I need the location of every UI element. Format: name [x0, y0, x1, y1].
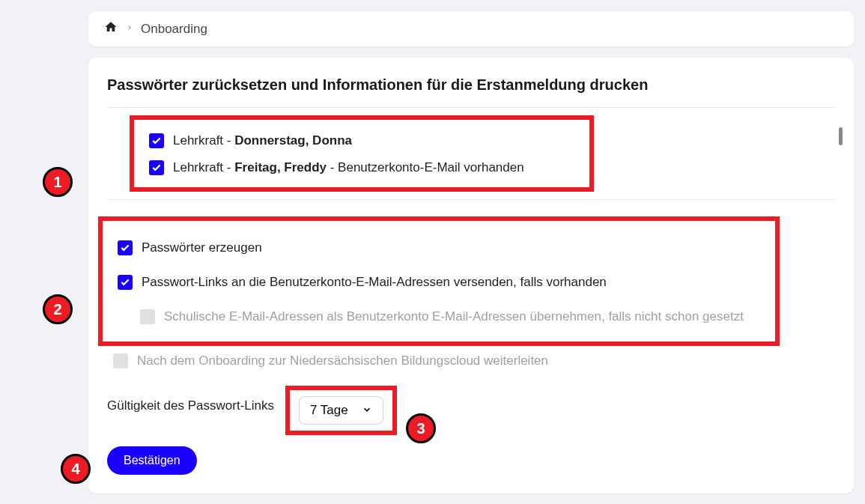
- home-icon[interactable]: [103, 20, 118, 37]
- breadcrumb: Onboarding: [88, 11, 854, 46]
- annotation-badge-3: 3: [406, 413, 436, 443]
- user-row: Lehrkraft - Freitag, Freddy - Benutzerko…: [149, 154, 574, 181]
- annotation-badge-4: 4: [61, 454, 91, 484]
- chevron-down-icon: [362, 404, 372, 417]
- option-label: Nach dem Onboarding zur Niedersächsische…: [137, 353, 548, 368]
- user-label: Lehrkraft - Donnerstag, Donna: [173, 133, 352, 148]
- main-panel: Passwörter zurücksetzen und Informatione…: [88, 58, 854, 494]
- chevron-right-icon: [126, 22, 133, 35]
- annotation-badge-2: 2: [43, 294, 73, 324]
- option-label: Schulische E-Mail-Adressen als Benutzerk…: [164, 309, 744, 324]
- user-row: Lehrkraft - Donnerstag, Donna: [149, 127, 574, 154]
- option-row-adopt-email: Schulische E-Mail-Adressen als Benutzerk…: [118, 296, 760, 330]
- breadcrumb-current: Onboarding: [141, 22, 207, 37]
- option-label: Passwörter erzeugen: [142, 240, 262, 255]
- checkbox-user-2[interactable]: [149, 160, 164, 175]
- confirm-button[interactable]: Bestätigen: [107, 446, 197, 475]
- checkbox-generate-passwords[interactable]: [118, 240, 133, 255]
- validity-value: 7 Tage: [310, 403, 348, 418]
- checkbox-adopt-school-email[interactable]: [140, 309, 155, 324]
- highlight-box-options: Passwörter erzeugen Passwort-Links an di…: [98, 216, 780, 346]
- checkbox-redirect-nbc[interactable]: [113, 353, 128, 368]
- highlight-box-validity: 7 Tage: [285, 386, 397, 435]
- option-row-generate: Passwörter erzeugen: [118, 234, 760, 261]
- validity-label: Gültigkeit des Passwort-Links: [107, 398, 274, 413]
- checkbox-user-1[interactable]: [149, 133, 164, 148]
- annotation-badge-1: 1: [43, 167, 73, 197]
- validity-select[interactable]: 7 Tage: [299, 396, 383, 425]
- page-title: Passwörter zurücksetzen und Informatione…: [107, 76, 835, 108]
- divider: [107, 199, 835, 200]
- option-row-send-links: Passwort-Links an die Benutzerkonto-E-Ma…: [118, 261, 760, 296]
- scrollbar-thumb[interactable]: [839, 127, 843, 145]
- user-label: Lehrkraft - Freitag, Freddy - Benutzerko…: [173, 160, 524, 175]
- highlight-box-users: Lehrkraft - Donnerstag, Donna Lehrkraft …: [130, 115, 594, 192]
- option-row-redirect: Nach dem Onboarding zur Niedersächsische…: [107, 346, 835, 368]
- option-label: Passwort-Links an die Benutzerkonto-E-Ma…: [142, 275, 607, 290]
- checkbox-send-links[interactable]: [118, 275, 133, 290]
